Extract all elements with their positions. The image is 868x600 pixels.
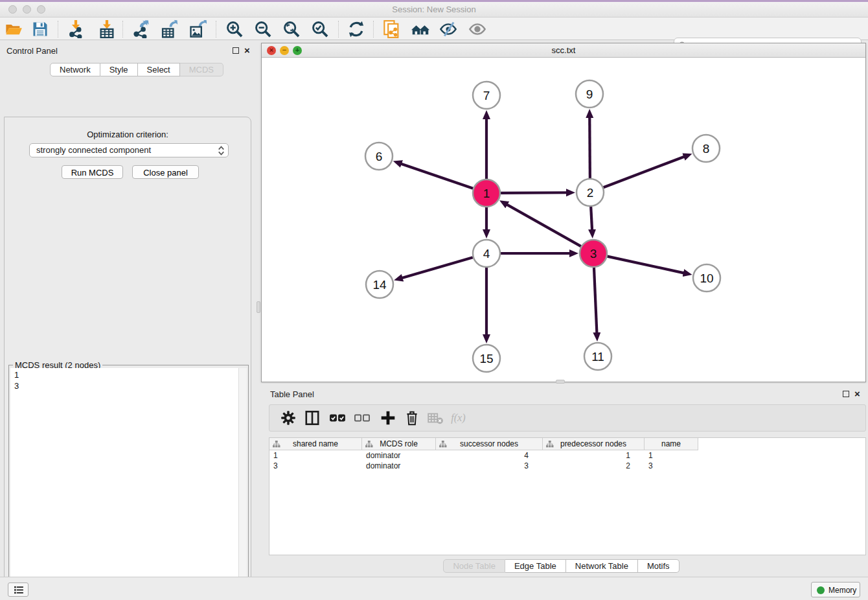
table-panel-float-icon[interactable]: [843, 391, 849, 397]
zoom-out-icon[interactable]: [254, 20, 272, 38]
edge-2-8[interactable]: [604, 157, 685, 187]
table-cell[interactable]: 3: [436, 461, 543, 471]
application-window: Session: New Session Control Panel × Net…: [0, 0, 868, 600]
table-panel-close-icon[interactable]: ×: [854, 391, 860, 397]
tab-node-table[interactable]: Node Table: [443, 559, 505, 573]
select-stepper-icon: [218, 146, 225, 156]
network-canvas[interactable]: 7968124314101511: [262, 58, 865, 382]
gear-icon[interactable]: [280, 410, 297, 426]
tab-motifs[interactable]: Motifs: [638, 559, 680, 573]
edge-2-3[interactable]: [591, 207, 592, 230]
houses-icon[interactable]: [411, 20, 429, 38]
control-panel-tabs: NetworkStyleSelectMCDS: [50, 63, 223, 76]
table-cell[interactable]: 4: [436, 450, 543, 461]
node-7[interactable]: 7: [473, 82, 500, 109]
table-cell[interactable]: 1: [543, 450, 645, 461]
toolbar-separator: [122, 21, 123, 38]
column-header-MCDS-role[interactable]: MCDS role: [362, 438, 436, 450]
table-cell[interactable]: 1: [645, 450, 698, 461]
split-columns-icon[interactable]: [304, 410, 321, 426]
open-folder-icon[interactable]: [5, 20, 23, 38]
table-row[interactable]: 1dominator411: [269, 450, 698, 461]
tab-mcds[interactable]: MCDS: [180, 63, 223, 76]
table-cell[interactable]: 3: [269, 461, 362, 471]
table-cell[interactable]: dominator: [362, 450, 436, 461]
delete-table-icon: [427, 410, 444, 426]
refresh-layout-icon[interactable]: [347, 20, 365, 38]
optimization-criterion-select[interactable]: strongly connected component: [29, 143, 229, 157]
node-6[interactable]: 6: [365, 143, 393, 170]
control-panel-close-icon[interactable]: ×: [244, 47, 250, 54]
column-header-predecessor-nodes[interactable]: predecessor nodes: [543, 438, 645, 450]
task-history-button[interactable]: [8, 583, 29, 597]
column-header-successor-nodes[interactable]: successor nodes: [436, 438, 543, 450]
table-cell[interactable]: 1: [269, 450, 362, 461]
mcds-result-text: 1 3: [14, 369, 19, 391]
mcds-result-textarea[interactable]: 1 3: [10, 368, 247, 600]
tab-select[interactable]: Select: [138, 63, 180, 76]
table-cell[interactable]: 3: [645, 461, 698, 471]
toolbar-separator: [373, 21, 374, 38]
eye-slash-icon[interactable]: [439, 20, 457, 38]
add-column-icon[interactable]: [380, 410, 396, 426]
node-2[interactable]: 2: [577, 179, 604, 206]
node-4[interactable]: 4: [473, 240, 500, 267]
toolbar-separator: [338, 21, 339, 38]
table-panel-title: Table Panel: [270, 389, 314, 399]
edge-1-6[interactable]: [401, 164, 473, 189]
node-label-3: 3: [590, 247, 597, 260]
eye-icon[interactable]: [468, 20, 486, 38]
save-floppy-icon[interactable]: [31, 20, 49, 38]
node-11[interactable]: 11: [584, 343, 611, 370]
tab-edge-table[interactable]: Edge Table: [505, 559, 566, 573]
attribute-icon: [272, 440, 280, 448]
zoom-fit-icon[interactable]: [282, 20, 301, 38]
select-all-checks-icon[interactable]: [329, 410, 346, 426]
zoom-selected-icon[interactable]: [311, 20, 329, 38]
export-table-icon[interactable]: [160, 20, 178, 38]
control-panel-float-icon[interactable]: [233, 47, 239, 54]
node-9[interactable]: 9: [576, 80, 603, 108]
tab-network-table[interactable]: Network Table: [566, 559, 638, 573]
edge-3-11[interactable]: [594, 268, 597, 333]
node-label-14: 14: [372, 278, 387, 292]
column-header-shared-name[interactable]: shared name: [269, 438, 362, 450]
node-3[interactable]: 3: [580, 240, 607, 267]
clear-checks-icon[interactable]: [354, 410, 371, 426]
edge-3-1[interactable]: [507, 205, 580, 247]
table-row[interactable]: 3dominator323: [269, 461, 698, 471]
vertical-splitter-handle[interactable]: [257, 301, 260, 313]
export-image-icon[interactable]: [188, 20, 207, 38]
node-8[interactable]: 8: [692, 135, 720, 162]
network-view-window: × − + scc.txt 7968124314101511: [261, 43, 866, 382]
import-table-icon[interactable]: [98, 20, 116, 38]
edge-1-2[interactable]: [501, 192, 567, 193]
attribute-icon: [545, 440, 554, 448]
table-cell[interactable]: dominator: [362, 461, 436, 471]
list-icon: [13, 585, 25, 595]
node-label-4: 4: [483, 247, 490, 260]
result-scrollbar[interactable]: [238, 368, 247, 600]
edge-4-14[interactable]: [402, 257, 473, 278]
tab-style[interactable]: Style: [100, 63, 138, 76]
zoom-in-icon[interactable]: [225, 20, 244, 38]
trash-icon[interactable]: [404, 410, 420, 426]
memory-button[interactable]: Memory: [811, 582, 860, 597]
edge-3-10[interactable]: [607, 257, 683, 273]
export-network-icon[interactable]: [131, 20, 150, 38]
edge-2-9[interactable]: [589, 117, 590, 178]
close-panel-button[interactable]: Close panel: [132, 165, 199, 179]
node-1[interactable]: 1: [473, 179, 500, 207]
node-10[interactable]: 10: [693, 264, 720, 292]
import-network-icon[interactable]: [67, 20, 85, 38]
clone-network-icon[interactable]: [383, 20, 401, 38]
node-14[interactable]: 14: [366, 271, 393, 298]
column-header-name[interactable]: name: [645, 438, 698, 450]
node-label-6: 6: [376, 150, 383, 163]
run-mcds-button[interactable]: Run MCDS: [62, 165, 123, 179]
optimization-criterion-label: Optimization criterion:: [5, 130, 251, 139]
node-15[interactable]: 15: [473, 345, 500, 372]
node-table[interactable]: shared nameMCDS rolesuccessor nodesprede…: [269, 437, 866, 555]
tab-network[interactable]: Network: [50, 63, 100, 76]
table-cell[interactable]: 2: [543, 461, 645, 471]
